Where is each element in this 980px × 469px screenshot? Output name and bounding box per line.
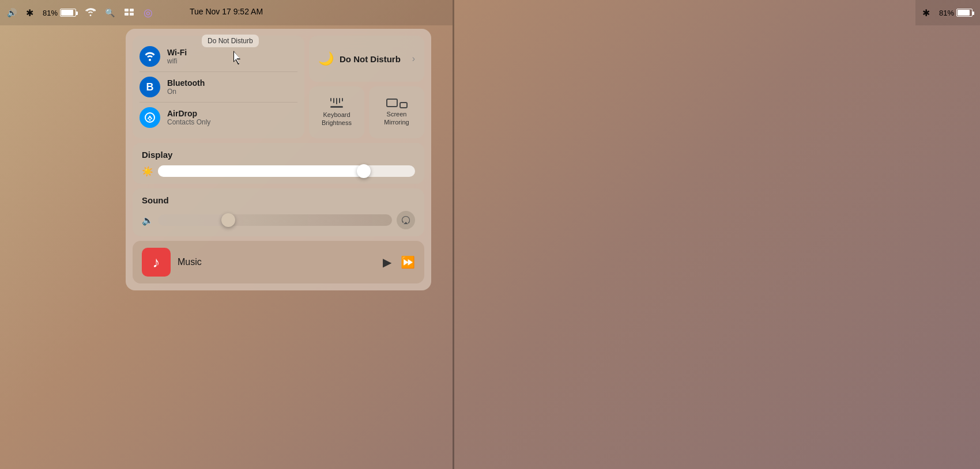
cc-top-row-left: Wi-Fi wifi B Bluetooth On [133, 36, 424, 138]
sound-section-left: Sound 🔈 [133, 188, 424, 236]
wifi-circle-left [140, 46, 160, 67]
screen-mirroring-icon-left [386, 99, 408, 107]
music-icon-left: ♪ [142, 248, 171, 277]
sound-slider-left[interactable] [158, 214, 392, 226]
network-group-left: Wi-Fi wifi B Bluetooth On [133, 36, 304, 138]
wifi-text-left: Wi-Fi wifi [167, 48, 187, 65]
sound-slider-row-left: 🔈 [142, 211, 415, 229]
airdrop-circle-left [140, 107, 160, 128]
airdrop-item-left[interactable]: AirDrop Contacts Only [140, 103, 297, 133]
right-panel: ✱ 81% 🌙 🔍 ◎ Tue Nov 17 9:52 AM [454, 0, 980, 469]
screen-mirroring-label-left: ScreenMirroring [384, 111, 409, 126]
right-buttons-left: 🌙 Do Not Disturb › [309, 36, 424, 138]
display-slider-left[interactable] [158, 165, 415, 177]
moon-icon-left: 🌙 [318, 51, 334, 66]
display-slider-row-left: ☀️ [142, 165, 415, 177]
volume-icon-left: 🔈 [142, 215, 153, 226]
play-button-left[interactable]: ▶ [383, 255, 391, 269]
keyboard-brightness-button-left[interactable]: KeyboardBrightness [309, 86, 364, 138]
music-section-left: ♪ Music ▶ ⏩ [133, 241, 424, 283]
bluetooth-item-left[interactable]: B Bluetooth On [140, 72, 297, 103]
music-title-left: Music [178, 257, 376, 267]
dnd-button-left[interactable]: 🌙 Do Not Disturb › [309, 36, 424, 82]
dnd-left-content: 🌙 Do Not Disturb [318, 51, 401, 66]
svg-point-5 [149, 119, 151, 121]
skip-button-left[interactable]: ⏩ [401, 255, 415, 269]
music-controls-left: ▶ ⏩ [383, 255, 415, 269]
left-panel: 🔊 ✱ 81% 🔍 ◎ Tue Nov 17 9:52 AM Do Not Di… [0, 0, 453, 469]
airplay-button-left[interactable] [397, 211, 415, 229]
svg-point-4 [145, 113, 154, 122]
airdrop-text-left: AirDrop Contacts Only [167, 109, 210, 126]
menubar-right: ✱ 81% 🌙 🔍 ◎ Tue Nov 17 9:52 AM [915, 0, 980, 25]
control-center-left: Wi-Fi wifi B Bluetooth On [126, 29, 431, 290]
tooltip-do-not-disturb: Do Not Disturb [202, 35, 259, 47]
screen-mirroring-button-left[interactable]: ScreenMirroring [369, 86, 424, 138]
bluetooth-text-left: Bluetooth On [167, 78, 205, 96]
brightness-icon-left: ☀️ [142, 166, 153, 177]
bluetooth-icon-right: ✱ [922, 7, 930, 18]
battery-right: 81% [939, 9, 973, 17]
display-title-left: Display [142, 150, 415, 160]
bluetooth-circle-left: B [140, 77, 160, 97]
datetime-left: Tue Nov 17 9:52 AM [0, 7, 453, 16]
bottom-buttons-left: KeyboardBrightness ScreenMirroring [309, 86, 424, 138]
display-section-left: Display ☀️ [133, 143, 424, 184]
keyboard-brightness-icon-left [330, 98, 343, 108]
sound-title-left: Sound [142, 195, 415, 205]
menubar-left: 🔊 ✱ 81% 🔍 ◎ Tue Nov 17 9:52 AM [0, 0, 453, 25]
dnd-chevron-left: › [412, 54, 415, 64]
keyboard-brightness-label-left: KeyboardBrightness [322, 111, 352, 126]
battery-bar-right [956, 9, 973, 17]
